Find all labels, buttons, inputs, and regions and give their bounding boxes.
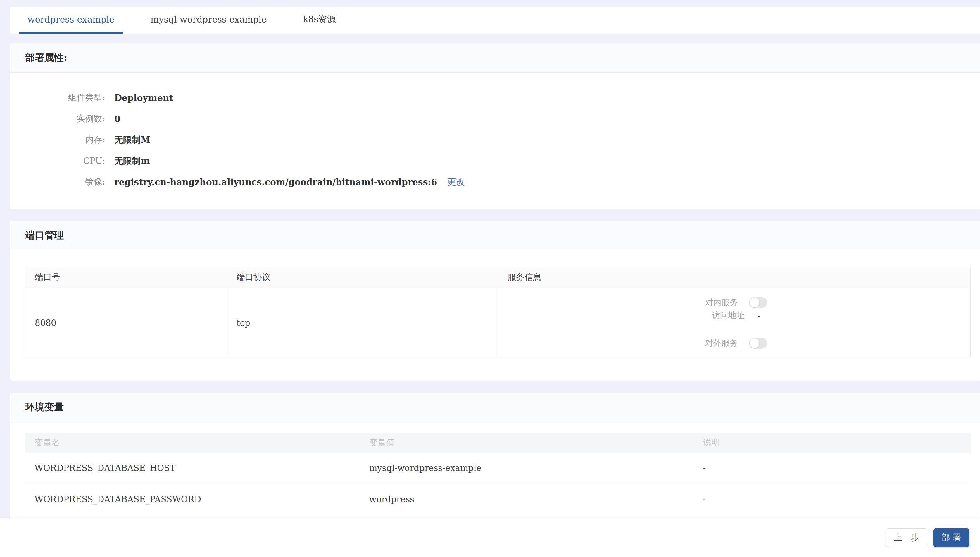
deploy-properties-card: 部署属性: 组件类型: Deployment 实例数: 0 内存: 无限制M C… bbox=[10, 43, 980, 209]
environment-variables-header: 环境变量 bbox=[10, 393, 980, 422]
component-type-label: 组件类型: bbox=[10, 92, 105, 104]
inner-service-toggle-knob bbox=[750, 298, 759, 308]
port-protocol-cell: tcp bbox=[227, 288, 498, 358]
inner-service-label: 对内服务 bbox=[705, 297, 740, 308]
inner-service-line: 对内服务 bbox=[705, 296, 767, 309]
outer-service-line: 对外服务 bbox=[705, 337, 767, 350]
port-table-row: 8080 tcp 对内服务 访问地址 - 对外服务 bbox=[26, 288, 970, 358]
access-address-label: 访问地址 bbox=[712, 310, 747, 321]
port-table-header: 端口号 端口协议 服务信息 bbox=[26, 267, 970, 288]
memory-value: 无限制M bbox=[114, 134, 150, 146]
change-image-link[interactable]: 更改 bbox=[447, 176, 464, 188]
component-type-value: Deployment bbox=[114, 93, 173, 103]
deploy-properties-body: 组件类型: Deployment 实例数: 0 内存: 无限制M CPU: 无限… bbox=[10, 73, 980, 209]
previous-step-button[interactable]: 上一步 bbox=[886, 528, 927, 547]
environment-variables-card: 环境变量 变量名 变量值 说明 WORDPRESS_DATABASE_HOST … bbox=[10, 393, 980, 539]
port-management-card: 端口管理 端口号 端口协议 服务信息 8080 tcp 对内服务 访问地址 bbox=[10, 221, 980, 381]
service-info-column-header: 服务信息 bbox=[498, 267, 970, 288]
memory-label: 内存: bbox=[10, 134, 105, 146]
instance-count-label: 实例数: bbox=[10, 113, 105, 125]
deploy-properties-header: 部署属性: bbox=[10, 43, 980, 73]
variable-value-cell: mysql-wordpress-example bbox=[360, 453, 694, 484]
tab-bar: wordpress-example mysql-wordpress-exampl… bbox=[10, 7, 980, 34]
instance-count-value: 0 bbox=[114, 114, 120, 124]
description-column-header: 说明 bbox=[693, 433, 971, 453]
field-cpu: CPU: 无限制m bbox=[10, 150, 980, 171]
port-number-column-header: 端口号 bbox=[26, 267, 227, 288]
image-label: 镜像: bbox=[10, 176, 105, 188]
image-value: registry.cn-hangzhou.aliyuncs.com/goodra… bbox=[114, 177, 437, 187]
port-protocol-column-header: 端口协议 bbox=[227, 267, 498, 288]
env-table-header: 变量名 变量值 说明 bbox=[25, 433, 971, 453]
port-table: 端口号 端口协议 服务信息 8080 tcp 对内服务 访问地址 - bbox=[25, 267, 971, 358]
service-info-cell: 对内服务 访问地址 - 对外服务 bbox=[498, 288, 970, 358]
field-image: 镜像: registry.cn-hangzhou.aliyuncs.com/go… bbox=[10, 171, 980, 192]
outer-service-toggle[interactable] bbox=[749, 338, 767, 349]
variable-value-column-header: 变量值 bbox=[360, 433, 694, 453]
field-instance-count: 实例数: 0 bbox=[10, 108, 980, 129]
field-component-type: 组件类型: Deployment bbox=[10, 87, 980, 108]
variable-value-cell: wordpress bbox=[360, 484, 694, 515]
cpu-value: 无限制m bbox=[114, 155, 150, 167]
variable-name-column-header: 变量名 bbox=[25, 433, 360, 453]
field-memory: 内存: 无限制M bbox=[10, 129, 980, 150]
env-table-row: WORDPRESS_DATABASE_HOST mysql-wordpress-… bbox=[25, 453, 971, 484]
access-address-value: - bbox=[758, 311, 760, 320]
variable-name-cell: WORDPRESS_DATABASE_HOST bbox=[25, 453, 360, 484]
environment-variables-title: 环境变量 bbox=[25, 401, 64, 414]
deploy-properties-title: 部署属性: bbox=[25, 51, 67, 64]
port-number-cell: 8080 bbox=[26, 288, 227, 358]
access-address-line: 访问地址 - bbox=[712, 309, 760, 322]
outer-service-toggle-knob bbox=[750, 339, 759, 348]
cpu-label: CPU: bbox=[10, 156, 105, 166]
environment-variables-body: 变量名 变量值 说明 WORDPRESS_DATABASE_HOST mysql… bbox=[10, 422, 980, 515]
port-management-header: 端口管理 bbox=[10, 221, 980, 250]
description-cell: - bbox=[693, 453, 971, 484]
port-management-title: 端口管理 bbox=[25, 229, 64, 242]
tab-wordpress-example[interactable]: wordpress-example bbox=[19, 7, 123, 34]
env-table-row: WORDPRESS_DATABASE_PASSWORD wordpress - bbox=[25, 484, 971, 515]
footer-action-bar: 上一步 部 署 bbox=[0, 518, 980, 557]
variable-name-cell: WORDPRESS_DATABASE_PASSWORD bbox=[25, 484, 360, 515]
tab-k8s-resources[interactable]: k8s资源 bbox=[294, 7, 345, 34]
tab-mysql-wordpress-example[interactable]: mysql-wordpress-example bbox=[142, 7, 276, 34]
port-management-body: 端口号 端口协议 服务信息 8080 tcp 对内服务 访问地址 - bbox=[10, 250, 980, 381]
inner-service-toggle[interactable] bbox=[749, 297, 767, 308]
outer-service-label: 对外服务 bbox=[705, 337, 740, 349]
deploy-button[interactable]: 部 署 bbox=[933, 528, 969, 547]
description-cell: - bbox=[693, 484, 971, 515]
